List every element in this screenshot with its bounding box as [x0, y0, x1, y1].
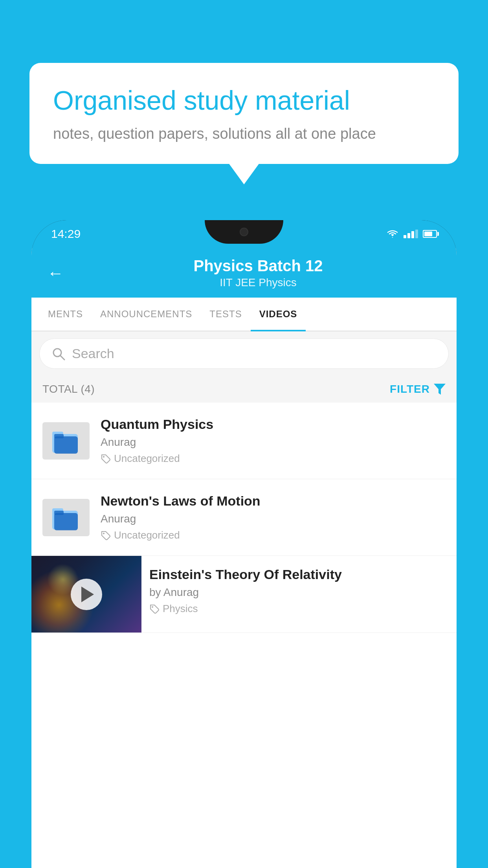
search-placeholder: Search	[72, 346, 114, 361]
video-title-newton: Newton's Laws of Motion	[101, 493, 446, 509]
speech-bubble-container: Organised study material notes, question…	[29, 63, 459, 164]
tab-ments[interactable]: MENTS	[39, 298, 92, 331]
status-time: 14:29	[51, 227, 81, 241]
bubble-subtitle: notes, question papers, solutions all at…	[53, 125, 435, 142]
tabs-bar: MENTS ANNOUNCEMENTS TESTS VIDEOS	[31, 298, 457, 331]
video-author-einstein: by Anurag	[149, 586, 449, 599]
phone-frame: 14:29 ←	[31, 220, 457, 868]
video-title-quantum: Quantum Physics	[101, 417, 446, 432]
filter-icon	[434, 384, 446, 395]
folder-icon	[50, 503, 82, 532]
tag-icon	[101, 454, 111, 464]
video-thumbnail-einstein	[31, 556, 141, 633]
video-category-einstein: Physics	[149, 603, 449, 615]
app-header: ← Physics Batch 12 IIT JEE Physics	[31, 248, 457, 298]
svg-point-7	[103, 456, 105, 458]
category-label-einstein: Physics	[163, 603, 198, 615]
video-author-quantum: Anurag	[101, 436, 446, 449]
list-item[interactable]: Einstein's Theory Of Relativity by Anura…	[31, 556, 457, 633]
video-info-einstein: Einstein's Theory Of Relativity by Anura…	[141, 556, 457, 626]
tab-videos[interactable]: VIDEOS	[251, 298, 306, 331]
status-bar: 14:29	[31, 220, 457, 248]
tag-icon	[149, 604, 160, 614]
play-button[interactable]	[71, 579, 102, 610]
signal-bars-icon	[404, 230, 418, 238]
svg-line-1	[60, 355, 64, 360]
tag-icon	[101, 530, 111, 541]
category-label-quantum: Uncategorized	[114, 452, 180, 465]
folder-thumbnail-newton	[42, 499, 90, 536]
search-icon	[51, 347, 66, 361]
filter-bar: TOTAL (4) FILTER	[31, 376, 457, 403]
notch	[205, 220, 283, 244]
search-bar-container: Search	[31, 331, 457, 376]
video-category-newton: Uncategorized	[101, 529, 446, 541]
app-subtitle: IIT JEE Physics	[75, 276, 441, 289]
video-category-quantum: Uncategorized	[101, 452, 446, 465]
back-button[interactable]: ←	[47, 264, 64, 283]
folder-thumbnail-quantum	[42, 422, 90, 460]
list-item[interactable]: Newton's Laws of Motion Anurag Uncategor…	[31, 479, 457, 556]
filter-label: FILTER	[390, 383, 430, 395]
svg-point-13	[152, 606, 153, 608]
category-label-newton: Uncategorized	[114, 529, 180, 541]
svg-point-12	[103, 533, 105, 534]
video-list: Quantum Physics Anurag Uncategorized	[31, 403, 457, 633]
svg-rect-10	[54, 513, 78, 530]
speech-bubble: Organised study material notes, question…	[29, 63, 459, 164]
tab-announcements[interactable]: ANNOUNCEMENTS	[92, 298, 201, 331]
app-title: Physics Batch 12	[75, 257, 441, 275]
bubble-title: Organised study material	[53, 85, 435, 117]
svg-rect-11	[54, 511, 64, 515]
video-title-einstein: Einstein's Theory Of Relativity	[149, 567, 449, 582]
phone-screen: ← Physics Batch 12 IIT JEE Physics MENTS…	[31, 248, 457, 868]
wifi-icon	[386, 229, 399, 239]
list-item[interactable]: Quantum Physics Anurag Uncategorized	[31, 403, 457, 479]
total-count: TOTAL (4)	[42, 383, 95, 395]
svg-marker-2	[434, 384, 446, 395]
video-info-quantum: Quantum Physics Anurag Uncategorized	[101, 417, 446, 465]
svg-rect-6	[54, 434, 64, 438]
folder-icon	[50, 426, 82, 456]
header-title-block: Physics Batch 12 IIT JEE Physics	[75, 257, 441, 289]
svg-rect-5	[54, 436, 78, 454]
tab-tests[interactable]: TESTS	[201, 298, 250, 331]
search-bar[interactable]: Search	[39, 338, 449, 369]
video-author-newton: Anurag	[101, 513, 446, 525]
filter-button[interactable]: FILTER	[390, 383, 446, 395]
status-icons	[386, 229, 437, 239]
video-info-newton: Newton's Laws of Motion Anurag Uncategor…	[101, 493, 446, 541]
play-triangle-icon	[81, 587, 94, 602]
battery-icon	[423, 230, 437, 238]
camera-dot	[240, 228, 248, 236]
